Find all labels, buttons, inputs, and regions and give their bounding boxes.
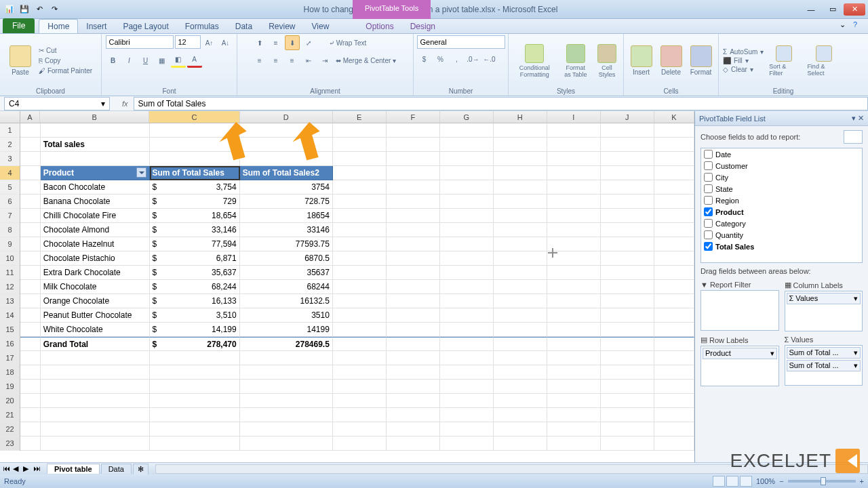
cell-C22[interactable] [150, 422, 240, 436]
percent-icon[interactable]: % [433, 52, 448, 66]
cell-E4[interactable] [333, 166, 387, 180]
paste-button[interactable]: Paste [7, 44, 34, 77]
align-bottom-icon[interactable]: ⬇ [285, 35, 300, 50]
cell-K6[interactable] [654, 195, 694, 209]
cell-E12[interactable] [333, 280, 387, 294]
cell-B18[interactable] [41, 365, 150, 380]
column-header-G[interactable]: G [440, 111, 494, 123]
cell-D5[interactable]: 3754 [240, 180, 333, 195]
cell-K5[interactable] [654, 180, 694, 195]
column-header-C[interactable]: C [149, 111, 239, 123]
cell-D2[interactable] [240, 138, 333, 152]
cell-C18[interactable] [150, 365, 240, 380]
cell-K13[interactable] [654, 294, 694, 308]
cell-F16[interactable] [387, 337, 440, 351]
cell-E20[interactable] [333, 394, 387, 408]
delete-cells-button[interactable]: Delete [658, 44, 685, 77]
cell-H2[interactable] [494, 138, 547, 152]
cell-H8[interactable] [494, 223, 547, 237]
row-header-6[interactable]: 6 [0, 195, 20, 209]
cell-D20[interactable] [240, 394, 333, 408]
cell-K18[interactable] [654, 365, 694, 380]
cell-I23[interactable] [547, 436, 601, 451]
column-header-B[interactable]: B [40, 111, 149, 123]
cell-J13[interactable] [601, 294, 654, 308]
cell-G21[interactable] [440, 408, 494, 422]
cell-A5[interactable] [20, 180, 41, 195]
cell-C13[interactable]: $16,133 [150, 294, 240, 308]
cell-J23[interactable] [601, 436, 654, 451]
cell-C16[interactable]: $278,470 [150, 337, 240, 351]
cell-A4[interactable] [20, 166, 41, 180]
cell-C15[interactable]: $14,199 [150, 323, 240, 337]
cell-G9[interactable] [440, 237, 494, 251]
cell-E11[interactable] [333, 266, 387, 280]
normal-view-button[interactable] [713, 476, 725, 487]
cell-B9[interactable]: Chocolate Hazelnut [41, 237, 150, 251]
cell-K17[interactable] [654, 351, 694, 365]
cell-H11[interactable] [494, 266, 547, 280]
tab-design[interactable]: Design [402, 20, 443, 33]
row-header-15[interactable]: 15 [0, 323, 20, 337]
cell-B13[interactable]: Orange Chocolate [41, 294, 150, 308]
cell-E6[interactable] [333, 195, 387, 209]
minimize-ribbon-icon[interactable]: ⌄ [840, 20, 850, 31]
cell-B22[interactable] [41, 422, 150, 436]
cell-K1[interactable] [654, 123, 694, 138]
cell-J4[interactable] [601, 166, 654, 180]
select-all-corner[interactable] [0, 111, 20, 123]
cell-J7[interactable] [601, 209, 654, 223]
cell-A16[interactable] [20, 337, 41, 351]
spreadsheet-grid[interactable]: ABCDEFGHIJK 1234567891011121314151617181… [0, 111, 694, 462]
sheet-nav-prev-icon[interactable]: ◀ [13, 464, 22, 474]
cell-A12[interactable] [20, 280, 41, 294]
cell-B8[interactable]: Chocolate Almond [41, 223, 150, 237]
cell-A14[interactable] [20, 308, 41, 323]
cell-B7[interactable]: Chilli Chocolate Fire [41, 209, 150, 223]
cell-I19[interactable] [547, 380, 601, 394]
tab-insert[interactable]: Insert [78, 20, 115, 33]
bold-button[interactable]: B [106, 53, 121, 68]
cell-J2[interactable] [601, 138, 654, 152]
cell-C2[interactable] [150, 138, 240, 152]
cell-C5[interactable]: $3,754 [150, 180, 240, 195]
cell-I6[interactable] [547, 195, 601, 209]
cell-J6[interactable] [601, 195, 654, 209]
decrease-decimal-icon[interactable]: ←.0 [482, 52, 497, 66]
field-checkbox[interactable] [704, 207, 713, 216]
field-category[interactable]: Category [701, 218, 862, 229]
cell-C19[interactable] [150, 380, 240, 394]
cell-A23[interactable] [20, 436, 41, 451]
cell-F18[interactable] [387, 365, 440, 380]
sheet-nav-next-icon[interactable]: ▶ [23, 464, 33, 474]
cell-I1[interactable] [547, 123, 601, 138]
row-header-1[interactable]: 1 [0, 123, 20, 138]
sort-filter-button[interactable]: Sort & Filter [766, 44, 802, 78]
cell-styles-button[interactable]: Cell Styles [595, 43, 619, 79]
values-area-item-1[interactable]: Sum of Total ...▾ [787, 347, 861, 359]
align-center-icon[interactable]: ≡ [269, 53, 283, 68]
cell-C7[interactable]: $18,654 [150, 209, 240, 223]
cell-G8[interactable] [440, 223, 494, 237]
cell-D19[interactable] [240, 380, 333, 394]
cell-D1[interactable] [240, 123, 333, 138]
field-state[interactable]: State [701, 183, 862, 195]
cell-I12[interactable] [547, 280, 601, 294]
cell-E18[interactable] [333, 365, 387, 380]
row-header-8[interactable]: 8 [0, 223, 20, 237]
row-header-4[interactable]: 4 [0, 166, 20, 180]
cell-D21[interactable] [240, 408, 333, 422]
cell-C11[interactable]: $35,637 [150, 266, 240, 280]
cell-A19[interactable] [20, 380, 41, 394]
cell-J1[interactable] [601, 123, 654, 138]
maximize-button[interactable]: ▭ [822, 3, 844, 16]
cell-E2[interactable] [333, 138, 387, 152]
font-color-button[interactable]: A [187, 53, 202, 68]
row-header-23[interactable]: 23 [0, 436, 20, 451]
cell-G3[interactable] [440, 152, 494, 166]
cell-B17[interactable] [41, 351, 150, 365]
row-header-7[interactable]: 7 [0, 209, 20, 223]
cell-J16[interactable] [601, 337, 654, 351]
zoom-out-button[interactable]: − [779, 477, 783, 485]
cell-F14[interactable] [387, 308, 440, 323]
